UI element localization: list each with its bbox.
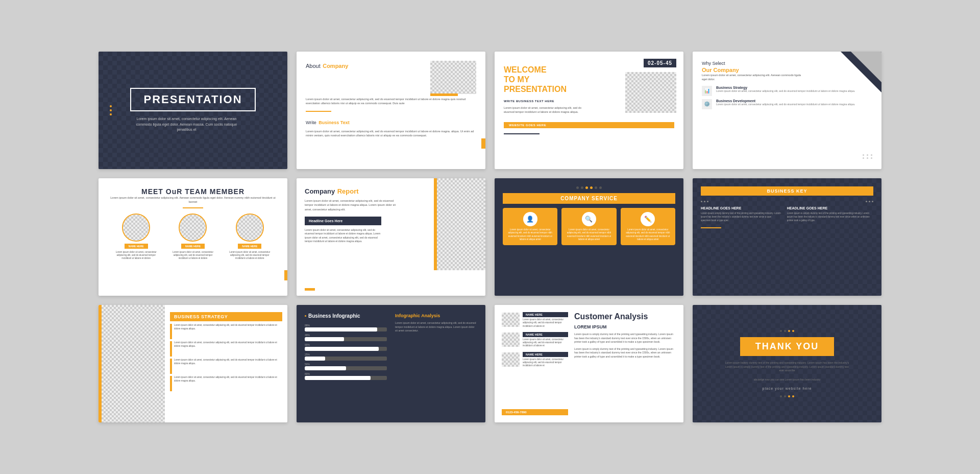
bar-item: 48% bbox=[305, 334, 387, 341]
orange-accent bbox=[284, 270, 287, 280]
dev-body: Lorem ipsum dolor sit amet, consectetur … bbox=[716, 103, 855, 106]
write-label: Write bbox=[306, 120, 316, 125]
team-subtitle: Lorem ipsum dolor sit amet, consectetur … bbox=[108, 196, 278, 204]
members-row: NAME HERE Lorem ipsum dolor sit amet, co… bbox=[108, 214, 278, 287]
slide-presentation: PRESENTATION Lorem ipsum dolor sit amet,… bbox=[99, 52, 287, 169]
strategy-item-1: Lorem ipsum dolor sit amet, consectetur … bbox=[170, 324, 282, 339]
about-label: About bbox=[306, 63, 321, 69]
development-row: ⚙️ Business Development Lorem ipsum dolo… bbox=[702, 99, 872, 109]
dots-decoration bbox=[863, 154, 873, 159]
headline-box: Headline Goes Here bbox=[305, 217, 381, 225]
thank-you-sub2: abcdefge now you can see Lorem ipsum has… bbox=[754, 378, 821, 382]
slide-thank-you: THANK YOU Lorem ipsum battery dummy text… bbox=[693, 305, 881, 422]
checker-tile bbox=[102, 305, 165, 422]
slide-business-strategy: BUSINESS STRATEGY Lorem ipsum dolor sit … bbox=[99, 305, 287, 422]
strat-bar bbox=[170, 359, 172, 374]
strat-item-text-3: Lorem ipsum dolor sit amet, consectetur … bbox=[174, 359, 282, 366]
bk-title: BUSINESS KEY bbox=[701, 186, 873, 196]
bk-col1-title: HEADLINE GOES HERE bbox=[701, 206, 781, 210]
orange-accent-bar bbox=[430, 93, 458, 96]
name-tag: NAME HERE bbox=[523, 332, 568, 337]
dev-text: Business Development Lorem ipsum dolor s… bbox=[716, 99, 855, 106]
orange-accent-right bbox=[481, 138, 485, 149]
why-body: Lorem ipsum dolor sit amet, consectetur … bbox=[702, 73, 804, 82]
checker-tile bbox=[625, 72, 676, 113]
business-label: Business Text bbox=[318, 120, 349, 125]
bar-label: 80% bbox=[305, 372, 387, 375]
bar-item: 25% bbox=[305, 353, 387, 361]
service-card-2: 🔍 Lorem ipsum dolor sit amet, consectetu… bbox=[561, 208, 616, 245]
dev-icon: ⚙️ bbox=[702, 99, 712, 109]
strategy-item-4: Lorem ipsum dolor sit amet, consectetur … bbox=[170, 376, 282, 391]
bar-track bbox=[305, 366, 387, 370]
bar-fill bbox=[305, 366, 346, 370]
dots-decoration bbox=[110, 105, 112, 115]
strategy-image bbox=[99, 305, 165, 422]
name-body: Lorem ipsum dolor sit amet, consectetur … bbox=[523, 338, 568, 348]
orange-divider bbox=[701, 227, 721, 228]
thank-you-sub: Lorem ipsum battery dummy text of the pr… bbox=[723, 361, 851, 373]
bar-fill bbox=[305, 357, 325, 361]
slide-meet-team: MEET OuR TEAM MEMBER Lorem ipsum dolor s… bbox=[99, 178, 287, 296]
service-card-3: ✏️ Lorem ipsum dolor sit amet, consectet… bbox=[621, 208, 675, 245]
checker-bg bbox=[693, 178, 881, 296]
slide-company-service: COMPANY SERVICE 👤 Lorem ipsum dolor sit … bbox=[495, 178, 683, 296]
service-cards: 👤 Lorem ipsum dolor sit amet, consectetu… bbox=[503, 208, 675, 245]
strat-item-text-2: Lorem ipsum dolor sit amet, consectetur … bbox=[174, 341, 282, 348]
bar-fill bbox=[305, 347, 379, 351]
checker-tile bbox=[502, 352, 520, 367]
name-image bbox=[502, 313, 520, 327]
strategy-item-2: Lorem ipsum dolor sit amet, consectetur … bbox=[170, 341, 282, 357]
bar-label: 25% bbox=[305, 353, 387, 356]
bar-track bbox=[305, 347, 387, 351]
about-image bbox=[430, 61, 476, 94]
strategy-icon: 📊 bbox=[702, 86, 712, 96]
avatar-checker bbox=[180, 215, 206, 241]
title-box: PRESENTATION Lorem ipsum dolor sit amet,… bbox=[130, 88, 255, 133]
slide-customer-analysis: NAME HERE Lorem ipsum dolor sit amet, co… bbox=[495, 305, 683, 422]
bar-track bbox=[305, 376, 387, 380]
service-card-1: 👤 Lorem ipsum dolor sit amet, consectetu… bbox=[503, 208, 557, 245]
member-name-2: NAME HERE bbox=[181, 244, 205, 249]
name-row: NAME HERE Lorem ipsum dolor sit amet, co… bbox=[502, 332, 568, 348]
orange-divider bbox=[183, 207, 203, 208]
name-tag: NAME HERE bbox=[523, 352, 568, 357]
member-1: NAME HERE Lorem ipsum dolor sit amet, co… bbox=[113, 214, 159, 287]
bar-track bbox=[305, 357, 387, 361]
member-desc-2: Lorem ipsum dolor sit amet, consectetur … bbox=[170, 251, 216, 260]
strat-item-text-4: Lorem ipsum dolor sit amet, consectetur … bbox=[174, 376, 282, 383]
bi-header: Business Infographic bbox=[305, 313, 387, 319]
ca-body2: Lorem ipsum is simply dummy text of the … bbox=[574, 347, 676, 359]
strategy-body: Lorem ipsum dolor sit amet, consectetur … bbox=[716, 89, 855, 93]
presentation-title: PRESENTATION bbox=[130, 88, 255, 111]
slide-infographic: Business Infographic 88% 48% 90% 25% 50%… bbox=[297, 305, 485, 422]
company-label: Company bbox=[323, 63, 348, 69]
name-row: NAME HERE Lorem ipsum dolor sit amet, co… bbox=[502, 312, 568, 328]
service-title: COMPANY SERVICE bbox=[503, 193, 675, 204]
dots-left bbox=[701, 201, 708, 202]
bar-label: 88% bbox=[305, 324, 387, 327]
report-body: Lorem ipsum dolor sit amet, consectetur … bbox=[305, 199, 402, 211]
report-title: Company bbox=[305, 187, 335, 195]
report-title-block: Company Report bbox=[305, 186, 359, 196]
strat-bar bbox=[170, 376, 172, 391]
strategy-item-3: Lorem ipsum dolor sit amet, consectetur … bbox=[170, 359, 282, 374]
slide-about-company: About Company Lorem ipsum dolor sit amet… bbox=[297, 52, 485, 169]
strategy-items: Lorem ipsum dolor sit amet, consectetur … bbox=[170, 324, 282, 391]
report-title-accent: Report bbox=[337, 187, 359, 195]
checker-tile bbox=[430, 61, 476, 94]
presentation-subtitle: Lorem ipsum dolor sit amet, consectetur … bbox=[130, 116, 242, 133]
member-name-1: NAME HERE bbox=[125, 244, 148, 249]
service-icon-3: ✏️ bbox=[641, 212, 655, 226]
name-image bbox=[502, 333, 520, 347]
bar-label: 48% bbox=[305, 334, 387, 337]
dots-top bbox=[503, 186, 675, 189]
avatar-checker bbox=[123, 215, 149, 241]
welcome-image bbox=[625, 72, 676, 113]
phone-number: 0123-456-7890 bbox=[502, 409, 568, 415]
bk-col2-title: HEADLINE GOES HERE bbox=[787, 206, 873, 210]
customer-content: Customer Analysis LOREM IPSUM Lorem ipsu… bbox=[574, 312, 676, 415]
dots-right bbox=[866, 201, 873, 202]
name-content: NAME HERE Lorem ipsum dolor sit amet, co… bbox=[523, 312, 568, 328]
strategy-content: BUSINESS STRATEGY Lorem ipsum dolor sit … bbox=[165, 305, 287, 422]
